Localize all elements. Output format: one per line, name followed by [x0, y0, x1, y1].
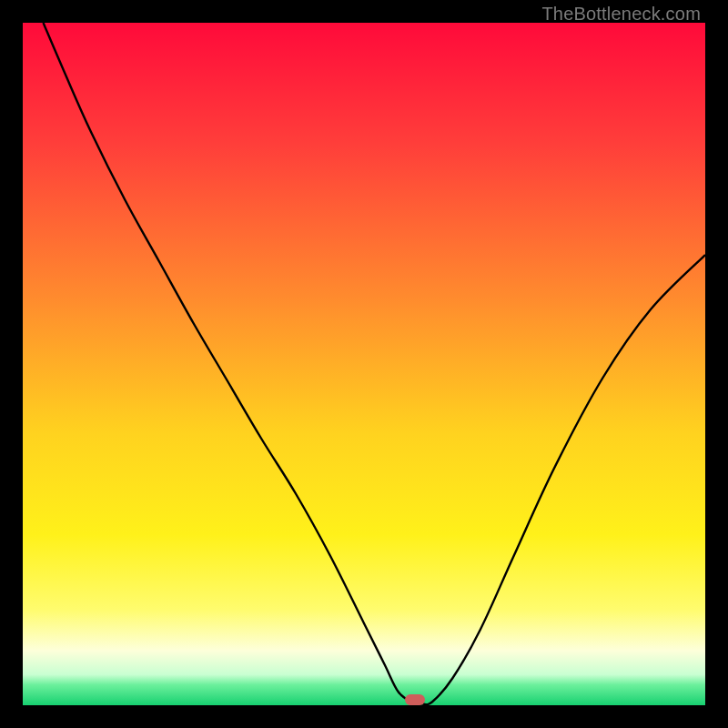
watermark-text: TheBottleneck.com: [541, 4, 701, 25]
plot-area: [23, 23, 705, 705]
curve-layer: [23, 23, 705, 705]
chart-frame: TheBottleneck.com: [0, 0, 728, 728]
bottleneck-curve: [44, 23, 706, 704]
optimum-marker: [405, 694, 425, 705]
